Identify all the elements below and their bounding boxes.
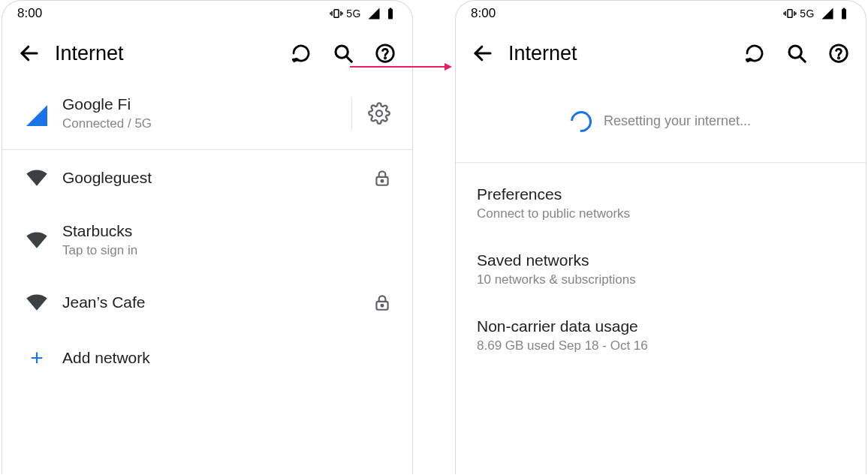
back-button[interactable]	[8, 32, 50, 74]
preference-row[interactable]: Saved networks10 networks & subscription…	[456, 236, 866, 302]
status-time: 8:00	[471, 6, 496, 21]
help-button[interactable]	[364, 32, 406, 74]
status-time: 8:00	[17, 6, 42, 21]
svg-rect-22	[842, 9, 846, 20]
svg-rect-0	[334, 10, 339, 18]
wifi-icon	[17, 291, 56, 314]
vibrate-icon	[783, 7, 797, 20]
pref-subtitle: 8.69 GB used Sep 18 - Oct 16	[477, 338, 845, 353]
pref-title: Preferences	[477, 185, 845, 203]
wifi-ssid: Jean’s Cafe	[62, 293, 367, 311]
wifi-ssid: Starbucks	[62, 222, 367, 240]
plus-icon: +	[30, 347, 44, 369]
reset-label: Resetting your internet...	[604, 113, 751, 129]
reset-button[interactable]	[280, 32, 322, 74]
help-button[interactable]	[818, 32, 860, 74]
pref-subtitle: Connect to public networks	[477, 206, 845, 221]
cellular-signal-icon	[26, 105, 47, 126]
svg-point-11	[384, 58, 386, 59]
status-network-label: 5G	[346, 8, 361, 20]
svg-rect-6	[390, 8, 392, 10]
app-bar: Internet	[456, 26, 866, 80]
status-bar: 8:00 5G	[456, 1, 866, 26]
wifi-row[interactable]: StarbucksTap to sign in	[2, 206, 412, 275]
svg-line-26	[800, 56, 805, 62]
lock-icon	[367, 293, 397, 312]
pref-title: Non-carrier data usage	[477, 317, 845, 335]
svg-point-28	[838, 58, 839, 59]
add-network-row[interactable]: + Add network	[2, 330, 412, 386]
phone-frame-right: 8:00 5G Internet	[455, 0, 866, 474]
preference-row[interactable]: PreferencesConnect to public networks	[456, 170, 866, 236]
back-button[interactable]	[462, 32, 504, 74]
wifi-icon	[17, 167, 56, 189]
status-network-label: 5G	[800, 8, 815, 20]
reset-banner: Resetting your internet...	[456, 80, 866, 163]
status-bar: 8:00 5G	[2, 1, 412, 26]
svg-point-12	[376, 110, 382, 116]
search-button[interactable]	[776, 32, 818, 74]
vibrate-icon	[330, 7, 343, 20]
carrier-row[interactable]: Google Fi Connected / 5G	[2, 80, 412, 150]
signal-icon	[821, 7, 834, 20]
pref-title: Saved networks	[477, 251, 845, 269]
carrier-settings-button[interactable]	[361, 95, 397, 131]
svg-rect-5	[388, 9, 393, 20]
wifi-subtitle: Tap to sign in	[62, 243, 367, 258]
carrier-status: Connected / 5G	[62, 116, 342, 131]
app-bar: Internet	[2, 26, 412, 80]
svg-rect-23	[843, 8, 845, 10]
search-button[interactable]	[322, 32, 364, 74]
preference-row[interactable]: Non-carrier data usage8.69 GB used Sep 1…	[456, 302, 866, 368]
wifi-row[interactable]: Googleguest	[2, 150, 412, 206]
signal-icon	[367, 7, 381, 20]
svg-point-14	[381, 180, 384, 182]
lock-icon	[367, 168, 397, 188]
wifi-ssid: Googleguest	[62, 169, 367, 187]
svg-point-16	[381, 305, 384, 307]
divider	[351, 98, 352, 129]
page-title: Internet	[55, 42, 124, 65]
battery-icon	[384, 7, 397, 20]
add-network-label: Add network	[62, 349, 397, 367]
svg-line-9	[346, 56, 351, 62]
phone-frame-left: 8:00 5G Internet	[2, 0, 413, 474]
carrier-name: Google Fi	[62, 95, 342, 113]
reset-button[interactable]	[734, 32, 776, 74]
svg-rect-17	[788, 10, 792, 18]
page-title: Internet	[508, 42, 577, 65]
battery-icon	[837, 7, 851, 20]
spinner-icon	[566, 107, 595, 136]
pref-subtitle: 10 networks & subscriptions	[477, 272, 845, 287]
wifi-icon	[17, 229, 56, 251]
wifi-row[interactable]: Jean’s Cafe	[2, 275, 412, 330]
flow-arrow	[350, 66, 451, 68]
